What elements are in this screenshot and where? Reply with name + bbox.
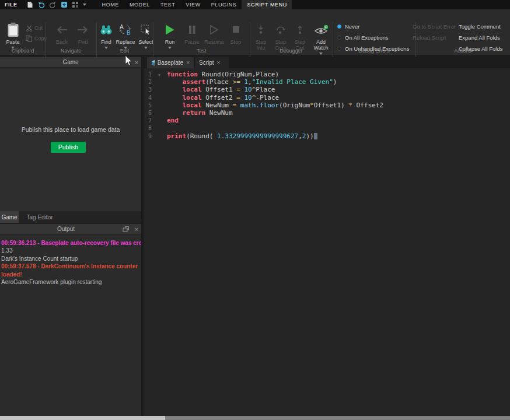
step-out-button[interactable]: Step Out	[291, 21, 309, 51]
toggle-comment-button[interactable]: Toggle Comment	[459, 23, 501, 30]
step-out-icon	[291, 21, 309, 38]
log-line: 00:59:37.578 - DarkContinuum's Instance …	[1, 262, 141, 270]
line-number[interactable]: 4	[144, 94, 152, 102]
line-number[interactable]: 8	[144, 124, 152, 132]
tab-view[interactable]: VIEW	[180, 0, 205, 9]
editor-tab-baseplate[interactable]: Baseplate ×	[147, 57, 194, 68]
code-area[interactable]: 1function Round(OrigNum,Place)2 assert(P…	[144, 68, 510, 416]
fwd-button[interactable]: Fwd	[72, 21, 94, 45]
insert-icon[interactable]	[61, 1, 68, 8]
code-line[interactable]: 8	[144, 124, 510, 132]
back-button[interactable]: Back	[51, 21, 73, 45]
stop-button[interactable]: Stop	[226, 21, 245, 45]
code-line[interactable]: 5 local NewNum = math.floor(OrigNum*Offs…	[144, 102, 510, 109]
run-icon	[161, 21, 179, 38]
copy-icon	[26, 35, 32, 42]
group-label-edit: Edit	[96, 48, 153, 54]
step-over-icon	[271, 21, 290, 38]
resume-icon	[203, 21, 225, 38]
ribbon: Paste Cut Copy Clipboard Back Fwd Naviga…	[0, 9, 510, 55]
line-number[interactable]: 3	[144, 86, 152, 93]
editor-tab-script[interactable]: Script ×	[195, 57, 229, 68]
output-log[interactable]: 00:59:36.213 - Baseplate auto-recovery f…	[0, 235, 141, 416]
cut-button[interactable]: Cut	[26, 24, 43, 32]
dock-tab-game[interactable]: Game	[0, 211, 19, 223]
debug-errors-option-never[interactable]: Never	[337, 23, 359, 30]
dock-tab-tag-editor[interactable]: Tag Editor	[19, 211, 61, 223]
code-line[interactable]: 9print(Round( 1.3329999999999999627,2))	[144, 132, 510, 140]
left-dock-tabbar: Game Tag Editor	[0, 211, 141, 223]
line-number[interactable]: 5	[144, 102, 152, 109]
output-panel-title: Output	[9, 226, 123, 232]
dropdown-caret-icon[interactable]	[83, 4, 86, 6]
code-line[interactable]: 2 assert(Place >= 1,"Invalid Place Given…	[144, 78, 510, 86]
ribbon-group-separator	[46, 22, 46, 60]
redo-icon[interactable]	[49, 1, 57, 8]
bottom-strip-right	[165, 416, 510, 420]
float-window-icon[interactable]	[123, 226, 130, 233]
tab-close-icon[interactable]: ×	[186, 60, 190, 66]
output-panel-header[interactable]: Output ×	[0, 224, 141, 235]
code-text: local Offset2 = 10^-Place	[167, 94, 279, 102]
step-into-button[interactable]: Step Into	[252, 21, 270, 51]
code-text: assert(Place >= 1,"Invalid Place Given")	[167, 78, 337, 86]
line-number[interactable]: 6	[144, 109, 152, 117]
game-panel-body	[0, 68, 141, 211]
copy-button[interactable]: Copy	[26, 34, 47, 43]
expand-all-folds-button[interactable]: Expand All Folds	[459, 34, 500, 41]
code-line[interactable]: 7end	[144, 117, 510, 124]
svg-text:A: A	[120, 24, 124, 30]
file-menu-button[interactable]: FILE	[0, 0, 22, 9]
code-line[interactable]: 6 return NewNum	[144, 109, 510, 117]
find-icon	[97, 21, 116, 38]
game-panel-close-icon[interactable]: ×	[132, 58, 141, 67]
tab-model[interactable]: MODEL	[124, 0, 155, 9]
code-text: print(Round( 1.3329999999999999627,2))	[167, 132, 317, 140]
cube-icon	[151, 60, 155, 66]
tab-home[interactable]: HOME	[97, 0, 124, 9]
run-button[interactable]: Run	[161, 21, 179, 49]
pause-icon	[182, 21, 202, 38]
svg-text:B: B	[127, 30, 131, 36]
replace-button[interactable]: AB Replace	[114, 21, 137, 49]
reload-script-button[interactable]: Reload Script	[413, 34, 446, 41]
ribbon-group-separator	[333, 22, 333, 60]
publish-message: Publish this place to load game data	[0, 126, 141, 133]
document-icon[interactable]	[27, 1, 33, 8]
code-line[interactable]: 3 local Offset1 = 10^Place	[144, 86, 510, 93]
code-line[interactable]: 4 local Offset2 = 10^-Place	[144, 94, 510, 102]
group-label-navigate: Navigate	[46, 48, 96, 54]
game-panel-title: Game	[9, 59, 132, 65]
tab-plugins[interactable]: PLUGINS	[206, 0, 242, 9]
line-number[interactable]: 9	[144, 132, 152, 140]
publish-button[interactable]: Publish	[51, 142, 86, 153]
line-number[interactable]: 7	[144, 117, 152, 124]
ribbon-tab-strip: HOME MODEL TEST VIEW PLUGINS SCRIPT MENU	[97, 0, 292, 9]
log-line: 00:59:36.213 - Baseplate auto-recovery f…	[1, 239, 141, 247]
debug-errors-option-all-exceptions[interactable]: On All Exceptions	[337, 34, 388, 41]
code-text: return NewNum	[167, 109, 233, 117]
pause-button[interactable]: Pause	[182, 21, 202, 45]
grid-icon[interactable]	[72, 1, 79, 8]
log-line: Dark's Instance Count startup	[1, 255, 141, 262]
log-line: 1.33	[1, 247, 141, 254]
radio-unselected-icon	[337, 36, 341, 40]
undo-icon[interactable]	[37, 1, 45, 8]
tab-script-menu[interactable]: SCRIPT MENU	[242, 0, 292, 9]
line-number[interactable]: 1	[144, 71, 152, 78]
code-line[interactable]: 1function Round(OrigNum,Place)	[144, 71, 510, 78]
step-over-button[interactable]: Step Over	[271, 21, 290, 51]
tab-test[interactable]: TEST	[155, 0, 180, 9]
resume-button[interactable]: Resume	[203, 21, 225, 45]
paste-button[interactable]: Paste	[2, 21, 24, 49]
cut-icon	[26, 25, 32, 32]
group-label-debugger: Debugger	[250, 48, 333, 54]
line-number[interactable]: 2	[144, 78, 152, 86]
game-panel-header[interactable]: Game ×	[0, 57, 141, 68]
tab-close-icon[interactable]: ×	[217, 60, 221, 66]
output-panel-close-icon[interactable]: ×	[132, 225, 141, 234]
goto-script-error-button[interactable]: Go to Script Error	[413, 23, 456, 30]
bottom-strip-left	[0, 416, 165, 420]
find-button[interactable]: Find	[97, 21, 116, 49]
group-label-actions: Actions	[415, 48, 510, 54]
